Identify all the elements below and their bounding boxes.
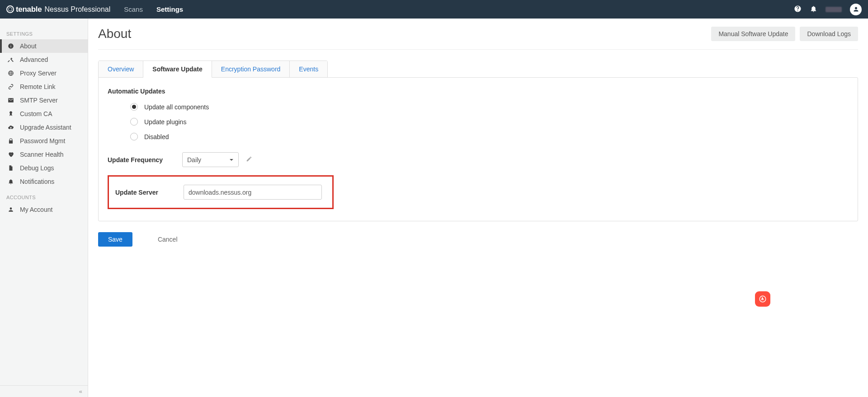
mail-icon bbox=[7, 97, 14, 103]
sidebar-item-label: Notifications bbox=[20, 178, 54, 185]
sidebar-collapse[interactable]: « bbox=[0, 385, 88, 397]
tab-encryption[interactable]: Encryption Password bbox=[212, 61, 290, 77]
automatic-updates-title: Automatic Updates bbox=[108, 88, 849, 95]
tab-panel: Automatic Updates Update all components … bbox=[98, 77, 858, 221]
page-header: About Manual Software Update Download Lo… bbox=[98, 19, 858, 50]
brand[interactable]: tenable Nessus Professional bbox=[6, 5, 110, 14]
sidebar-item-label: Custom CA bbox=[20, 110, 52, 117]
sidebar-section-accounts: ACCOUNTS bbox=[0, 188, 88, 203]
frequency-select[interactable]: Daily bbox=[182, 152, 239, 167]
pencil-icon bbox=[246, 156, 252, 162]
sidebar-section-settings: SETTINGS bbox=[0, 25, 88, 39]
sidebar-item-label: SMTP Server bbox=[20, 97, 58, 104]
brand-product: Nessus Professional bbox=[44, 5, 110, 14]
sidebar-item-label: Remote Link bbox=[20, 83, 56, 90]
sidebar-item-label: Advanced bbox=[20, 56, 48, 63]
radio-label: Update plugins bbox=[144, 118, 186, 126]
sidebar-item-password[interactable]: Password Mgmt bbox=[0, 134, 88, 148]
tab-software-update[interactable]: Software Update bbox=[143, 61, 212, 78]
sidebar-item-proxy[interactable]: Proxy Server bbox=[0, 66, 88, 80]
sidebar-item-myaccount[interactable]: My Account bbox=[0, 203, 88, 216]
sidebar-item-label: Proxy Server bbox=[20, 70, 57, 77]
tab-events[interactable]: Events bbox=[290, 61, 327, 77]
nav-scans[interactable]: Scans bbox=[124, 5, 143, 13]
save-button[interactable]: Save bbox=[98, 232, 132, 247]
update-server-input[interactable] bbox=[184, 185, 322, 200]
sidebar-item-smtp[interactable]: SMTP Server bbox=[0, 93, 88, 107]
radio-label: Disabled bbox=[144, 133, 169, 140]
radio-icon bbox=[130, 118, 138, 126]
sidebar-item-debug[interactable]: Debug Logs bbox=[0, 161, 88, 175]
assist-fab[interactable] bbox=[755, 291, 770, 307]
radio-update-plugins[interactable]: Update plugins bbox=[130, 118, 849, 126]
sidebar-item-label: My Account bbox=[20, 206, 52, 213]
sidebar-item-upgrade[interactable]: Upgrade Assistant bbox=[0, 121, 88, 134]
globe-icon bbox=[7, 70, 14, 76]
top-tools bbox=[794, 4, 862, 15]
radio-label: Update all components bbox=[144, 103, 209, 111]
frequency-value: Daily bbox=[187, 156, 201, 163]
sidebar-item-remote[interactable]: Remote Link bbox=[0, 80, 88, 93]
sidebar: SETTINGS About Advanced Proxy Server Rem… bbox=[0, 19, 88, 397]
sidebar-item-customca[interactable]: Custom CA bbox=[0, 107, 88, 121]
tabs: Overview Software Update Encryption Pass… bbox=[98, 61, 328, 78]
ai-icon bbox=[759, 295, 767, 303]
ribbon-icon bbox=[7, 111, 14, 117]
edit-frequency-button[interactable] bbox=[246, 156, 252, 163]
bell-icon bbox=[7, 178, 14, 185]
nav-settings[interactable]: Settings bbox=[156, 5, 183, 13]
lock-icon bbox=[7, 138, 14, 144]
main-content: About Manual Software Update Download Lo… bbox=[88, 19, 868, 397]
cancel-button[interactable]: Cancel bbox=[151, 232, 185, 247]
info-icon bbox=[7, 43, 14, 49]
user-icon bbox=[7, 206, 14, 213]
user-avatar[interactable] bbox=[850, 4, 862, 15]
brand-vendor: tenable bbox=[16, 5, 42, 14]
page-title: About bbox=[98, 27, 131, 41]
radio-update-all[interactable]: Update all components bbox=[130, 103, 849, 111]
sidebar-item-label: Debug Logs bbox=[20, 164, 54, 172]
link-icon bbox=[7, 84, 14, 90]
server-label: Update Server bbox=[109, 189, 184, 196]
sidebar-item-label: Upgrade Assistant bbox=[20, 124, 71, 131]
username-redacted bbox=[826, 7, 842, 12]
heart-pulse-icon bbox=[7, 151, 14, 158]
sidebar-item-advanced[interactable]: Advanced bbox=[0, 53, 88, 66]
sidebar-item-health[interactable]: Scanner Health bbox=[0, 148, 88, 161]
top-bar: tenable Nessus Professional Scans Settin… bbox=[0, 0, 868, 19]
cloud-up-icon bbox=[7, 124, 14, 131]
file-icon bbox=[7, 165, 14, 171]
update-frequency-row: Update Frequency Daily bbox=[108, 152, 849, 167]
download-logs-button[interactable]: Download Logs bbox=[800, 27, 858, 41]
sidebar-item-label: About bbox=[20, 42, 37, 50]
tools-icon bbox=[7, 56, 14, 63]
sidebar-item-label: Scanner Health bbox=[20, 151, 64, 158]
sidebar-item-notifications[interactable]: Notifications bbox=[0, 175, 88, 188]
chevron-down-icon bbox=[229, 158, 234, 162]
sidebar-item-label: Password Mgmt bbox=[20, 137, 65, 145]
radio-icon bbox=[130, 103, 138, 111]
bell-icon[interactable] bbox=[810, 5, 817, 14]
radio-disabled[interactable]: Disabled bbox=[130, 133, 849, 140]
radio-icon bbox=[130, 133, 138, 140]
top-nav: Scans Settings bbox=[124, 5, 183, 13]
frequency-label: Update Frequency bbox=[108, 156, 182, 163]
help-icon[interactable] bbox=[794, 5, 802, 14]
tenable-logo-icon bbox=[6, 5, 14, 13]
sidebar-item-about[interactable]: About bbox=[0, 39, 88, 53]
tab-overview[interactable]: Overview bbox=[99, 61, 143, 77]
update-server-highlight: Update Server bbox=[108, 175, 334, 209]
form-actions: Save Cancel bbox=[98, 232, 858, 247]
manual-update-button[interactable]: Manual Software Update bbox=[711, 27, 795, 41]
